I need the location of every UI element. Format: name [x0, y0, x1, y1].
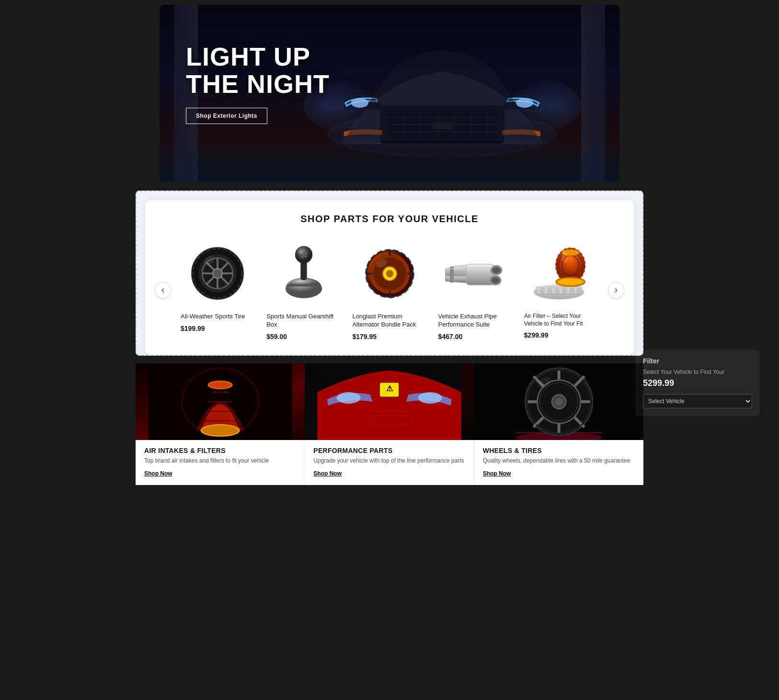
cat-info-wheels: WHEELS & TIRES Quality wheels, dependabl… [474, 440, 643, 485]
performance-svg: ⚠ [305, 363, 474, 440]
svg-point-83 [558, 279, 584, 285]
svg-point-116 [555, 398, 562, 406]
product-name: Sports Manual Gearshift Box [266, 313, 341, 329]
product-price: $179.95 [352, 333, 426, 340]
svg-rect-67 [552, 287, 555, 294]
cat-link-air[interactable]: Shop Now [144, 470, 172, 477]
airfilter-svg [534, 246, 589, 301]
product-price: $299.99 [524, 331, 598, 339]
filter-select-text: Select Your Vehicle to Find Your [643, 369, 752, 375]
svg-rect-74 [578, 287, 581, 294]
svg-point-48 [386, 270, 393, 277]
hero-title-line1: LIGHT UP [186, 43, 330, 70]
svg-rect-68 [556, 287, 559, 294]
category-item-wheels: WHEELS & TIRES Quality wheels, dependabl… [474, 363, 643, 485]
svg-rect-65 [545, 287, 548, 294]
svg-rect-73 [574, 287, 577, 294]
product-name: All-Weather Sports Tire [181, 313, 255, 321]
products-list: All-Weather Sports Tire $199.99 [175, 236, 604, 344]
svg-point-59 [492, 278, 499, 283]
product-name: Air Filter – Select Your Vehicle to Find… [524, 313, 598, 327]
product-price: $59.00 [266, 333, 341, 340]
svg-rect-71 [567, 287, 570, 294]
svg-rect-69 [560, 287, 562, 294]
shop-exterior-lights-button[interactable]: Shop Exterior Lights [186, 108, 267, 124]
dashed-container: SHOP PARTS FOR YOUR VEHICLE ‹ [136, 191, 643, 356]
product-item-gear: Sports Manual Gearshift Box $59.00 [261, 236, 346, 344]
svg-point-28 [213, 269, 222, 278]
svg-point-90 [208, 381, 232, 389]
product-image-tire [181, 240, 255, 307]
hero-title-line2: THE NIGHT [186, 70, 330, 98]
category-item-air: AIR INTAKES & FILTERS Top brand air inta… [136, 363, 305, 485]
product-item-exhaust: Vehicle Exhaust Pipe Performance Suite $… [433, 236, 518, 344]
carousel-prev-button[interactable]: ‹ [155, 282, 171, 298]
categories-section: AIR INTAKES & FILTERS Top brand air inta… [136, 363, 643, 485]
shop-parts-card: SHOP PARTS FOR YOUR VEHICLE ‹ [145, 200, 634, 355]
cat-image-wheels [474, 363, 643, 440]
air-intake-svg [136, 363, 305, 440]
tire-svg [190, 246, 245, 301]
svg-point-91 [201, 425, 240, 436]
cat-title-air: AIR INTAKES & FILTERS [144, 447, 296, 454]
filter-label: Filter [643, 357, 752, 365]
svg-rect-70 [563, 287, 566, 294]
cat-link-performance[interactable]: Shop Now [313, 470, 342, 477]
tire-img [190, 246, 245, 301]
wheel-svg [474, 363, 643, 440]
filter-price: 5299.99 [643, 378, 752, 388]
filter-panel: Filter Select Your Vehicle to Find Your … [635, 350, 760, 416]
cat-info-air: AIR INTAKES & FILTERS Top brand air inta… [136, 440, 305, 485]
product-image-exhaust [438, 240, 513, 307]
category-item-performance: ⚠ PERFORMANCE PARTS Upgrade your vehicle… [305, 363, 474, 485]
cat-desc-air: Top brand air intakes and filters to fit… [144, 457, 296, 465]
cat-link-wheels[interactable]: Shop Now [483, 470, 511, 477]
cat-image-performance: ⚠ [305, 363, 474, 440]
svg-point-57 [493, 267, 500, 273]
carousel-next-button[interactable]: › [608, 282, 624, 298]
svg-rect-72 [571, 287, 573, 294]
hero-section: LIGHT UP THE NIGHT Shop Exterior Lights [160, 5, 619, 182]
product-image-airfilter [524, 240, 598, 307]
svg-text:⚠: ⚠ [386, 384, 393, 393]
main-content-area: SHOP PARTS FOR YOUR VEHICLE ‹ [136, 191, 643, 485]
cat-desc-wheels: Quality wheels, dependable tires with a … [483, 457, 635, 465]
svg-point-94 [418, 392, 442, 404]
hero-content: LIGHT UP THE NIGHT Shop Exterior Lights [186, 43, 330, 124]
svg-point-93 [337, 392, 361, 404]
cat-desc-performance: Upgrade your vehicle with top of the lin… [313, 457, 465, 465]
filter-vehicle-select[interactable]: Select Vehicle [643, 394, 752, 408]
product-price: $199.99 [181, 325, 255, 332]
alternator-svg [362, 246, 417, 301]
product-item-tire: All-Weather Sports Tire $199.99 [175, 236, 261, 344]
product-price: $467.00 [438, 333, 513, 340]
product-item-airfilter: Air Filter – Select Your Vehicle to Find… [518, 236, 604, 344]
product-image-gear [266, 240, 341, 307]
product-item-alternator: Longlast Premium Alternator Bundle Pack … [346, 236, 432, 344]
svg-point-42 [298, 250, 303, 254]
exhaust-svg [441, 252, 510, 295]
cat-image-air [136, 363, 305, 440]
cat-info-performance: PERFORMANCE PARTS Upgrade your vehicle w… [305, 440, 474, 485]
svg-rect-63 [538, 287, 540, 294]
products-carousel: ‹ [155, 236, 624, 344]
svg-rect-66 [549, 287, 551, 294]
shop-parts-title: SHOP PARTS FOR YOUR VEHICLE [155, 214, 624, 225]
gear-svg [280, 245, 328, 302]
svg-rect-64 [541, 287, 544, 294]
product-image-alternator [352, 240, 426, 307]
product-name: Vehicle Exhaust Pipe Performance Suite [438, 313, 513, 329]
product-name: Longlast Premium Alternator Bundle Pack [352, 313, 426, 329]
cat-title-wheels: WHEELS & TIRES [483, 447, 635, 454]
cat-title-performance: PERFORMANCE PARTS [313, 447, 465, 454]
hero-car-svg [303, 10, 581, 177]
